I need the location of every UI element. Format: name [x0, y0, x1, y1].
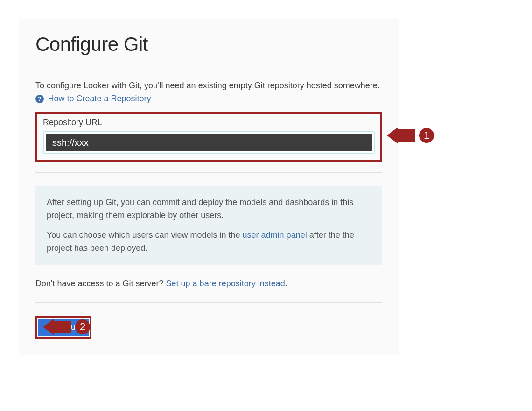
- divider-top: [35, 66, 382, 66]
- annotation-number-2: 2: [75, 319, 90, 334]
- bare-repo-link[interactable]: Set up a bare repository instead: [166, 279, 285, 288]
- configure-git-panel: Configure Git To configure Looker with G…: [19, 19, 399, 355]
- repo-url-highlight: Repository URL 1: [35, 112, 382, 162]
- how-to-create-repo-link[interactable]: How to Create a Repository: [48, 94, 151, 103]
- info-box: After setting up Git, you can commit and…: [35, 186, 382, 265]
- arrow-left-icon: [43, 319, 71, 335]
- info-paragraph-1: After setting up Git, you can commit and…: [47, 196, 371, 222]
- help-icon: ?: [35, 95, 44, 103]
- repo-url-input-wrap: [43, 131, 375, 154]
- alt-after: .: [285, 279, 287, 288]
- annotation-2: 2: [43, 319, 90, 335]
- info-paragraph-2: You can choose which users can view mode…: [47, 229, 371, 255]
- button-row: Continue 2: [35, 316, 382, 339]
- alt-before: Don't have access to a Git server?: [35, 279, 166, 288]
- arrow-left-icon: [387, 127, 415, 144]
- help-link-line: ? How to Create a Repository: [35, 94, 382, 104]
- alt-setup-text: Don't have access to a Git server? Set u…: [35, 277, 382, 290]
- user-admin-panel-link[interactable]: user admin panel: [243, 230, 307, 240]
- annotation-number-1: 1: [419, 128, 434, 143]
- repo-url-label: Repository URL: [43, 118, 375, 128]
- page-title: Configure Git: [35, 33, 382, 56]
- divider-mid: [35, 172, 382, 173]
- divider-bottom: [35, 302, 382, 303]
- info-p2-before: You can choose which users can view mode…: [47, 230, 243, 240]
- repo-url-input[interactable]: [46, 134, 372, 151]
- annotation-1: 1: [387, 127, 434, 144]
- intro-text: To configure Looker with Git, you'll nee…: [35, 79, 382, 92]
